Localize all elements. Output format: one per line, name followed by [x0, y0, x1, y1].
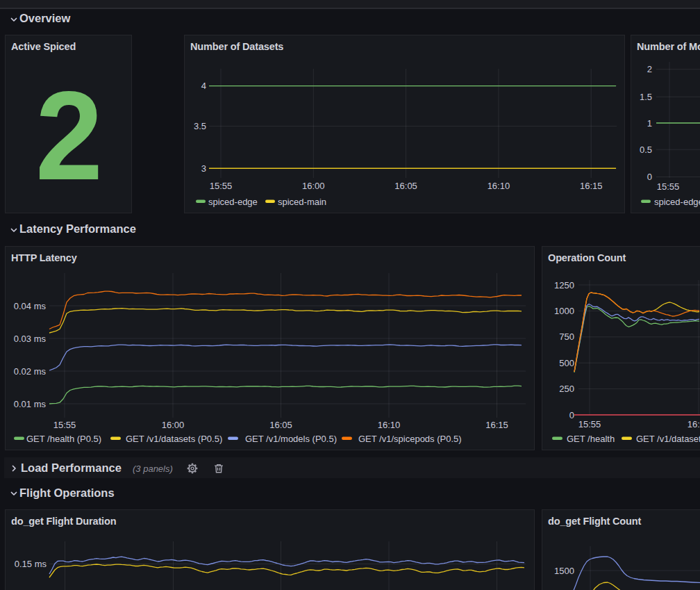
svg-text:16:00: 16:00 [162, 420, 185, 430]
svg-text:0.15 ms: 0.15 ms [15, 559, 47, 569]
svg-text:spiced-main: spiced-main [278, 197, 326, 207]
svg-text:15:55: 15:55 [657, 181, 680, 192]
svg-text:GET /v1/datasets (P0.5): GET /v1/datasets (P0.5) [126, 434, 222, 444]
svg-text:spiced-edge: spiced-edge [654, 197, 700, 207]
svg-text:GET /v1/spicepods (P0.5): GET /v1/spicepods (P0.5) [358, 434, 462, 444]
svg-text:0.04 ms: 0.04 ms [14, 301, 47, 311]
svg-text:1.5: 1.5 [640, 92, 652, 102]
svg-text:spiced-edge: spiced-edge [208, 197, 258, 207]
svg-text:1000: 1000 [554, 306, 574, 316]
svg-text:750: 750 [559, 331, 574, 342]
svg-text:3: 3 [201, 163, 206, 174]
svg-text:1250: 1250 [554, 280, 574, 290]
svg-text:0.5: 0.5 [640, 145, 652, 155]
svg-text:0.03 ms: 0.03 ms [14, 334, 47, 344]
svg-text:1500: 1500 [554, 566, 574, 576]
svg-text:16:10: 16:10 [378, 420, 401, 430]
svg-text:16:10: 16:10 [488, 181, 510, 191]
svg-text:0: 0 [569, 410, 574, 420]
svg-text:16:15: 16:15 [580, 181, 603, 191]
svg-text:15:55: 15:55 [53, 420, 76, 430]
svg-text:15:55: 15:55 [210, 181, 233, 191]
svg-text:2: 2 [647, 64, 652, 74]
svg-text:16:00: 16:00 [302, 181, 325, 191]
svg-text:16:05: 16:05 [269, 420, 292, 430]
svg-text:500: 500 [559, 358, 574, 368]
svg-text:GET /health: GET /health [567, 434, 615, 444]
svg-text:15:55: 15:55 [578, 419, 601, 429]
svg-text:16:15: 16:15 [485, 420, 508, 430]
svg-text:GET /v1/models (P0.5): GET /v1/models (P0.5) [245, 434, 337, 444]
svg-text:250: 250 [559, 384, 574, 394]
svg-text:0.01 ms: 0.01 ms [14, 399, 47, 409]
svg-text:GET /v1/datasets: GET /v1/datasets [636, 434, 700, 444]
svg-text:16:00: 16:00 [688, 419, 700, 429]
svg-text:1: 1 [647, 118, 652, 129]
svg-text:GET /health (P0.5): GET /health (P0.5) [26, 434, 101, 444]
svg-text:0.02 ms: 0.02 ms [14, 366, 47, 377]
svg-text:3.5: 3.5 [194, 121, 206, 131]
svg-text:4: 4 [201, 81, 206, 91]
svg-text:16:05: 16:05 [394, 181, 417, 191]
svg-text:0: 0 [647, 172, 652, 182]
